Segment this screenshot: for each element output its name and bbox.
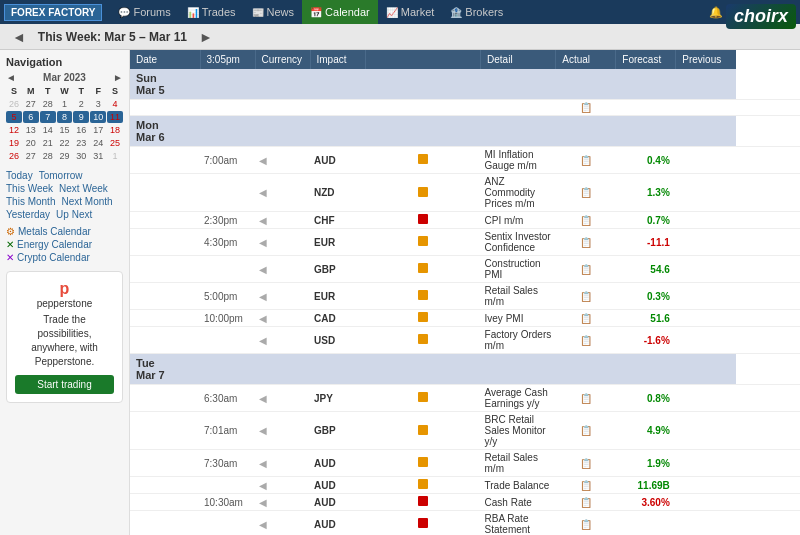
next-month-link[interactable]: Next Month bbox=[61, 196, 112, 207]
next-week-link[interactable]: Next Week bbox=[59, 183, 108, 194]
yesterday-link[interactable]: Yesterday bbox=[6, 209, 50, 220]
cal-day-29[interactable]: 29 bbox=[57, 150, 73, 162]
today-link[interactable]: Today bbox=[6, 170, 33, 181]
cal-day-1b[interactable]: 1 bbox=[107, 150, 123, 162]
event-detail[interactable]: 📋 bbox=[556, 450, 616, 477]
event-detail[interactable]: 📋 bbox=[556, 147, 616, 174]
cal-day-9[interactable]: 9 bbox=[73, 111, 89, 123]
cal-day-16[interactable]: 16 bbox=[73, 124, 89, 136]
cal-day-24[interactable]: 24 bbox=[90, 137, 106, 149]
event-detail[interactable]: 📋 bbox=[556, 283, 616, 310]
cal-day-23[interactable]: 23 bbox=[73, 137, 89, 149]
event-currency bbox=[310, 100, 365, 116]
cal-day-5[interactable]: 5 bbox=[6, 111, 22, 123]
cal-day-17[interactable]: 17 bbox=[90, 124, 106, 136]
cal-day-12[interactable]: 12 bbox=[6, 124, 22, 136]
sound-icon[interactable]: ◀ bbox=[255, 511, 310, 536]
sound-icon[interactable]: ◀ bbox=[255, 147, 310, 174]
cal-day-21[interactable]: 21 bbox=[40, 137, 56, 149]
cal-day-8[interactable]: 8 bbox=[57, 111, 73, 123]
event-previous bbox=[736, 229, 800, 256]
event-detail[interactable]: 📋 bbox=[556, 174, 616, 212]
cal-day-11[interactable]: 11 bbox=[107, 111, 123, 123]
cal-day-1[interactable]: 1 bbox=[57, 98, 73, 110]
cal-day-31[interactable]: 31 bbox=[90, 150, 106, 162]
cal-day-20[interactable]: 20 bbox=[23, 137, 39, 149]
notification-bell[interactable]: 🔔 bbox=[709, 6, 723, 19]
cal-day-13[interactable]: 13 bbox=[23, 124, 39, 136]
event-detail[interactable]: 📋 bbox=[556, 511, 616, 536]
sound-icon[interactable] bbox=[255, 100, 310, 116]
event-date bbox=[130, 477, 200, 494]
this-month-link[interactable]: This Month bbox=[6, 196, 55, 207]
metals-calendar-link[interactable]: ⚙ Metals Calendar bbox=[6, 226, 123, 237]
cal-day-19[interactable]: 19 bbox=[6, 137, 22, 149]
nav-trades[interactable]: 📊 Trades bbox=[179, 0, 244, 24]
event-currency: AUD bbox=[310, 147, 365, 174]
event-detail[interactable]: 📋 bbox=[556, 494, 616, 511]
watermark: choirx bbox=[726, 4, 796, 29]
event-forecast bbox=[676, 477, 736, 494]
cal-day-26b[interactable]: 26 bbox=[6, 150, 22, 162]
event-previous bbox=[736, 256, 800, 283]
sound-icon[interactable]: ◀ bbox=[255, 310, 310, 327]
cal-day-28a[interactable]: 28 bbox=[40, 98, 56, 110]
nav-market[interactable]: 📈 Market bbox=[378, 0, 443, 24]
event-detail[interactable]: 📋 bbox=[556, 310, 616, 327]
cal-day-30[interactable]: 30 bbox=[73, 150, 89, 162]
cal-day-6[interactable]: 6 bbox=[23, 111, 39, 123]
cal-day-7[interactable]: 7 bbox=[40, 111, 56, 123]
ad-cta-button[interactable]: Start trading bbox=[15, 375, 114, 394]
sound-icon[interactable]: ◀ bbox=[255, 327, 310, 354]
next-month-arrow[interactable]: ► bbox=[113, 72, 123, 83]
news-icon: 📰 bbox=[252, 7, 264, 18]
event-detail[interactable]: 📋 bbox=[556, 212, 616, 229]
event-detail[interactable]: 📋 bbox=[556, 256, 616, 283]
cal-day-22[interactable]: 22 bbox=[57, 137, 73, 149]
sound-icon[interactable]: ◀ bbox=[255, 450, 310, 477]
energy-calendar-link[interactable]: ✕ Energy Calendar bbox=[6, 239, 123, 250]
sound-icon[interactable]: ◀ bbox=[255, 385, 310, 412]
nav-forums[interactable]: 💬 Forums bbox=[110, 0, 178, 24]
next-week-arrow[interactable]: ► bbox=[195, 29, 217, 45]
sound-icon[interactable]: ◀ bbox=[255, 256, 310, 283]
cal-day-27b[interactable]: 27 bbox=[23, 150, 39, 162]
cal-day-26a[interactable]: 26 bbox=[6, 98, 22, 110]
event-detail[interactable]: 📋 bbox=[556, 327, 616, 354]
event-date bbox=[130, 147, 200, 174]
cal-day-2[interactable]: 2 bbox=[73, 98, 89, 110]
event-name: Factory Orders m/m bbox=[481, 327, 556, 354]
event-detail[interactable]: 📋 bbox=[556, 477, 616, 494]
cal-day-25[interactable]: 25 bbox=[107, 137, 123, 149]
up-next-link[interactable]: Up Next bbox=[56, 209, 92, 220]
event-detail[interactable]: 📋 bbox=[556, 229, 616, 256]
cal-day-4[interactable]: 4 bbox=[107, 98, 123, 110]
tomorrow-link[interactable]: Tomorrow bbox=[39, 170, 83, 181]
cal-day-14[interactable]: 14 bbox=[40, 124, 56, 136]
sound-icon[interactable]: ◀ bbox=[255, 494, 310, 511]
cal-day-3[interactable]: 3 bbox=[90, 98, 106, 110]
event-actual: 1.9% bbox=[616, 450, 676, 477]
sound-icon[interactable]: ◀ bbox=[255, 174, 310, 212]
sound-icon[interactable]: ◀ bbox=[255, 412, 310, 450]
prev-week-arrow[interactable]: ◄ bbox=[8, 29, 30, 45]
cal-day-15[interactable]: 15 bbox=[57, 124, 73, 136]
sound-icon[interactable]: ◀ bbox=[255, 229, 310, 256]
nav-news[interactable]: 📰 News bbox=[244, 0, 303, 24]
prev-month-arrow[interactable]: ◄ bbox=[6, 72, 16, 83]
crypto-calendar-link[interactable]: ✕ Crypto Calendar bbox=[6, 252, 123, 263]
this-week-link[interactable]: This Week bbox=[6, 183, 53, 194]
sound-icon[interactable]: ◀ bbox=[255, 212, 310, 229]
sound-icon[interactable]: ◀ bbox=[255, 477, 310, 494]
cal-day-27a[interactable]: 27 bbox=[23, 98, 39, 110]
event-detail[interactable]: 📋 bbox=[556, 412, 616, 450]
logo[interactable]: FOREX FACTORY bbox=[4, 4, 102, 21]
nav-brokers[interactable]: 🏦 Brokers bbox=[442, 0, 511, 24]
nav-calendar[interactable]: 📅 Calendar bbox=[302, 0, 378, 24]
sound-icon[interactable]: ◀ bbox=[255, 283, 310, 310]
cal-day-18[interactable]: 18 bbox=[107, 124, 123, 136]
event-detail[interactable]: 📋 bbox=[556, 385, 616, 412]
cal-day-28b[interactable]: 28 bbox=[40, 150, 56, 162]
event-detail[interactable]: 📋 bbox=[556, 100, 616, 116]
cal-day-10[interactable]: 10 bbox=[90, 111, 106, 123]
